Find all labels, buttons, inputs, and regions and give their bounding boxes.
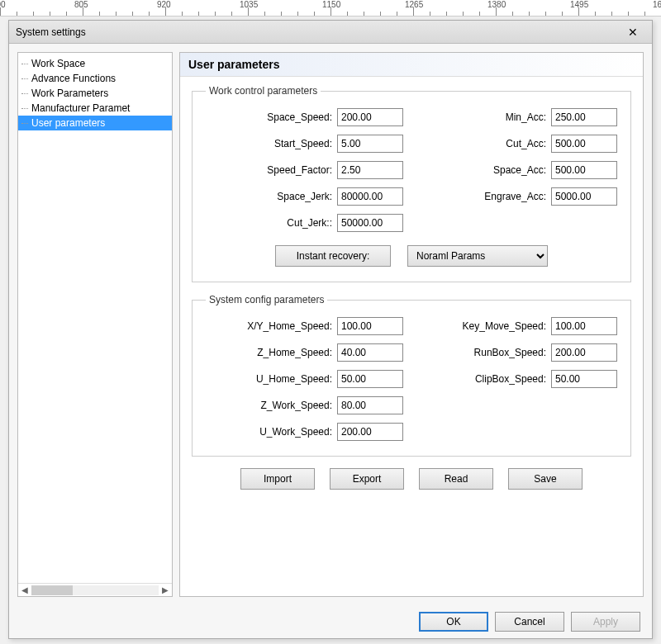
- param-label: Z_Home_Speed:: [257, 347, 332, 358]
- save-button[interactable]: Save: [508, 468, 583, 490]
- content-panel: User parameters Work control parameters …: [179, 52, 644, 597]
- param-row: Speed_Factor:: [206, 161, 403, 179]
- param-row: Min_Acc:: [420, 108, 617, 126]
- param-label: X/Y_Home_Speed:: [247, 320, 332, 332]
- param-label: Space_Jerk:: [277, 191, 332, 202]
- ruler-label: 690: [0, 0, 6, 9]
- ruler-label: 1495: [570, 0, 588, 9]
- ok-button[interactable]: OK: [419, 612, 488, 632]
- tree-item-manufacturer-paramet[interactable]: Manufacturer Paramet: [18, 101, 172, 116]
- param-row: X/Y_Home_Speed:: [206, 317, 403, 335]
- key-move-speed-input[interactable]: [551, 317, 617, 335]
- param-row: Space_Jerk:: [206, 187, 403, 206]
- group-legend: System config parameters: [206, 294, 327, 305]
- param-row: Z_Work_Speed:: [206, 396, 403, 414]
- group-legend: Work control parameters: [206, 85, 321, 97]
- param-row: Engrave_Acc:: [420, 187, 617, 206]
- param-row: U_Work_Speed:: [206, 423, 403, 441]
- import-button[interactable]: Import: [240, 468, 315, 490]
- scroll-thumb[interactable]: [31, 585, 73, 595]
- work-control-parameters-group: Work control parameters Space_Speed:Star…: [192, 85, 631, 282]
- system-settings-dialog: System settings ✕ Work SpaceAdvance Func…: [8, 20, 653, 639]
- param-label: U_Work_Speed:: [259, 426, 332, 438]
- settings-tree: Work SpaceAdvance FunctionsWork Paramete…: [18, 53, 172, 583]
- ruler: 690805920103511501265138014951610: [0, 0, 661, 17]
- ruler-label: 1150: [322, 0, 340, 9]
- scroll-left-icon[interactable]: ◀: [18, 585, 31, 594]
- param-row: Cut_Acc:: [420, 135, 617, 153]
- start-speed-input[interactable]: [337, 135, 403, 153]
- ruler-label: 1035: [240, 0, 258, 9]
- param-row: Space_Acc:: [420, 161, 617, 179]
- param-label: Space_Speed:: [267, 111, 332, 123]
- dialog-body: Work SpaceAdvance FunctionsWork Paramete…: [9, 44, 652, 605]
- apply-button[interactable]: Apply: [571, 612, 640, 632]
- param-row: Z_Home_Speed:: [206, 343, 403, 362]
- engrave-acc-input[interactable]: [551, 187, 617, 206]
- dialog-buttons: OK Cancel Apply: [419, 612, 640, 632]
- param-label: Start_Speed:: [274, 138, 332, 149]
- speed-factor-input[interactable]: [337, 161, 403, 179]
- min-acc-input[interactable]: [551, 108, 617, 126]
- tree-panel: Work SpaceAdvance FunctionsWork Paramete…: [17, 52, 173, 597]
- tree-horizontal-scrollbar[interactable]: ◀ ▶: [18, 583, 172, 596]
- z-home-speed-input[interactable]: [337, 343, 403, 362]
- param-label: Speed_Factor:: [267, 164, 332, 176]
- dialog-title: System settings: [16, 26, 86, 38]
- clipbox-speed-input[interactable]: [551, 370, 617, 388]
- read-button[interactable]: Read: [419, 468, 493, 490]
- param-row: U_Home_Speed:: [206, 370, 403, 388]
- param-row: ClipBox_Speed:: [420, 370, 617, 388]
- space-jerk-input[interactable]: [337, 187, 403, 206]
- param-label: U_Home_Speed:: [256, 373, 332, 385]
- scroll-right-icon[interactable]: ▶: [159, 585, 172, 594]
- tree-item-work-parameters[interactable]: Work Parameters: [18, 86, 172, 101]
- space-acc-input[interactable]: [551, 161, 617, 179]
- param-row: Key_Move_Speed:: [420, 317, 617, 335]
- tree-item-work-space[interactable]: Work Space: [18, 56, 172, 71]
- tree-item-advance-functions[interactable]: Advance Functions: [18, 71, 172, 86]
- ruler-label: 805: [74, 0, 88, 9]
- titlebar: System settings ✕: [9, 21, 652, 44]
- cut-jerk-input[interactable]: [337, 214, 403, 232]
- param-label: ClipBox_Speed:: [475, 373, 546, 385]
- param-label: Space_Acc:: [493, 164, 546, 176]
- cut-acc-input[interactable]: [551, 135, 617, 153]
- cancel-button[interactable]: Cancel: [495, 612, 564, 632]
- tree-item-user-parameters[interactable]: User parameters: [18, 116, 172, 130]
- ruler-label: 1265: [405, 0, 423, 9]
- ruler-label: 1380: [487, 0, 506, 9]
- action-row: Import Export Read Save: [192, 468, 631, 490]
- page-title: User parameters: [180, 53, 643, 77]
- close-icon[interactable]: ✕: [621, 26, 645, 39]
- u-home-speed-input[interactable]: [337, 370, 403, 388]
- ruler-label: 920: [157, 0, 171, 9]
- param-row: Start_Speed:: [206, 135, 403, 153]
- system-config-parameters-group: System config parameters X/Y_Home_Speed:…: [192, 294, 631, 457]
- export-button[interactable]: Export: [330, 468, 404, 490]
- space-speed-input[interactable]: [337, 108, 403, 126]
- param-row: Cut_Jerk::: [206, 214, 403, 232]
- runbox-speed-input[interactable]: [551, 343, 617, 362]
- content-inner: Work control parameters Space_Speed:Star…: [180, 77, 643, 498]
- x-y-home-speed-input[interactable]: [337, 317, 403, 335]
- param-row: Space_Speed:: [206, 108, 403, 126]
- instant-recovery-button[interactable]: Instant recovery:: [275, 245, 391, 267]
- param-row: RunBox_Speed:: [420, 343, 617, 362]
- param-label: Cut_Acc:: [506, 138, 546, 149]
- ruler-label: 1610: [653, 0, 661, 9]
- u-work-speed-input[interactable]: [337, 423, 403, 441]
- param-label: Cut_Jerk::: [287, 217, 332, 229]
- recovery-params-select[interactable]: Noraml Params: [407, 245, 548, 267]
- scroll-track[interactable]: [31, 585, 159, 595]
- param-label: Z_Work_Speed:: [261, 400, 333, 411]
- param-label: RunBox_Speed:: [474, 347, 546, 358]
- param-label: Engrave_Acc:: [484, 191, 546, 202]
- z-work-speed-input[interactable]: [337, 396, 403, 414]
- param-label: Min_Acc:: [506, 111, 546, 123]
- param-label: Key_Move_Speed:: [463, 320, 546, 332]
